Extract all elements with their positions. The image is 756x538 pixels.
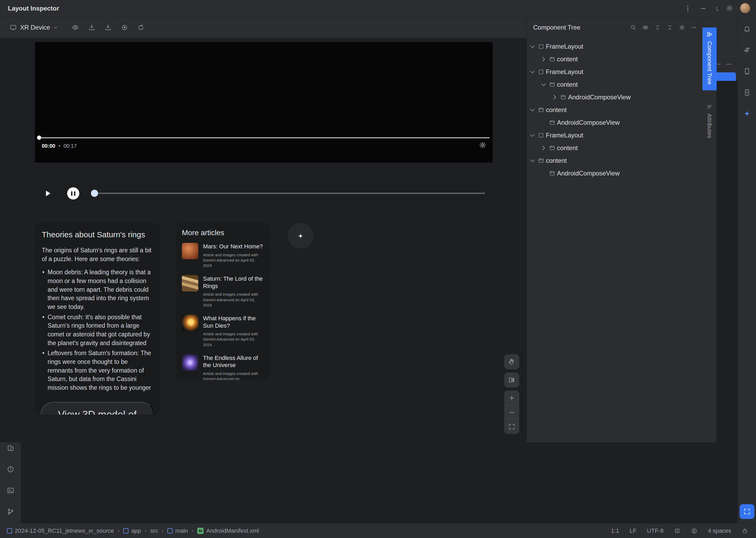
import-snapshot-icon[interactable] — [104, 24, 112, 31]
terminal-tool-button[interactable] — [3, 483, 18, 498]
article-item-mars[interactable]: Mars: Our Next Home?Article and images c… — [182, 243, 264, 268]
export-snapshot-icon[interactable] — [88, 24, 95, 31]
inspector-options-icon[interactable] — [684, 5, 691, 12]
play-button[interactable] — [43, 189, 52, 198]
expand-all-icon[interactable] — [655, 24, 661, 31]
breadcrumb-app[interactable]: app — [123, 527, 141, 534]
problems-tool-button[interactable] — [3, 462, 18, 477]
module-icon — [7, 528, 12, 533]
seek-slider-thumb[interactable] — [91, 190, 98, 197]
tree-settings-icon[interactable] — [679, 24, 685, 31]
tree-search-icon[interactable] — [630, 24, 637, 31]
terminal-icon — [7, 487, 14, 494]
fit-screen-icon — [508, 423, 515, 430]
component-tree-node-framelayout-7[interactable]: FrameLayout — [527, 129, 702, 142]
xr-spatial-button[interactable] — [288, 223, 313, 249]
article-item-sun[interactable]: What Happens if the Sun Dies?Article and… — [182, 315, 264, 348]
gradle-tool-button[interactable] — [740, 43, 754, 58]
expander-icon[interactable] — [540, 144, 548, 152]
component-tree-node-androidcomposeview-6[interactable]: AndroidComposeView — [527, 116, 702, 129]
file-encoding[interactable]: UTF-8 — [647, 527, 664, 534]
gemini-sparkle-icon — [743, 110, 751, 117]
live-updates-icon[interactable] — [121, 24, 128, 31]
seek-slider-track[interactable] — [94, 192, 485, 194]
side-tab-component-tree[interactable]: Component Tree — [702, 27, 717, 90]
component-tree-node-content-8[interactable]: content — [527, 142, 702, 154]
layout-inspector-toolbar: XR Device — [0, 17, 527, 38]
version-control-tool-button[interactable] — [3, 504, 18, 519]
expander-icon[interactable] — [540, 81, 548, 88]
caret-position[interactable]: 1:1 — [611, 527, 619, 534]
layout-inspector-header: Layout Inspector — [0, 0, 716, 17]
device-manager-tool-button[interactable] — [740, 64, 754, 79]
theories-card: Theories about Saturn's rings The origin… — [35, 222, 160, 415]
article-item-galaxy[interactable]: The Endless Allure of the UniverseArticl… — [182, 354, 264, 380]
video-progress-thumb[interactable] — [37, 135, 41, 140]
indent-setting[interactable]: 4 spaces — [708, 527, 731, 534]
component-tree-node-content-3[interactable]: content — [527, 78, 702, 91]
android-studio-window: JN JetNews Version control XR Device app — [0, 0, 756, 538]
component-tree-node-androidcomposeview-10[interactable]: AndroidComposeView — [527, 167, 702, 180]
theories-intro: The origins of Saturn's rings are still … — [42, 246, 153, 263]
expander-icon[interactable] — [528, 68, 536, 76]
gemini-tool-button[interactable] — [740, 106, 754, 121]
breadcrumb-main[interactable]: main — [167, 527, 188, 534]
readonly-lock-icon[interactable] — [742, 528, 748, 534]
zoom-controls — [504, 391, 519, 434]
breadcrumb-2024-12-05-rc11-jetnews-xr-source[interactable]: 2024-12-05_RC11_jetnews_xr_source — [7, 527, 114, 534]
view-3d-model-button[interactable]: View 3D model of — [41, 402, 154, 415]
article-list: Mars: Our Next Home?Article and images c… — [182, 243, 264, 380]
pan-mode-button[interactable] — [504, 354, 519, 369]
component-tree-node-content-1[interactable]: content — [527, 53, 702, 66]
inspector-device-selector[interactable]: XR Device — [10, 24, 58, 31]
reader-mode-icon[interactable] — [674, 528, 680, 534]
layer-mode-button[interactable] — [504, 373, 519, 387]
line-separator[interactable]: LF — [630, 527, 637, 534]
zoom-fit-button[interactable] — [505, 419, 519, 434]
notifications-button[interactable] — [740, 22, 754, 36]
zoom-in-button[interactable] — [505, 391, 519, 405]
chevron-down-icon — [53, 25, 58, 30]
pause-button[interactable] — [67, 188, 79, 199]
layers-icon — [508, 376, 515, 384]
video-player[interactable]: 00:00 • 00:17 — [35, 42, 493, 163]
component-tree-node-framelayout-2[interactable]: FrameLayout — [527, 66, 702, 78]
component-tree-node-androidcomposeview-4[interactable]: AndroidComposeView — [527, 91, 702, 104]
video-progress-bar[interactable] — [38, 137, 490, 138]
framelayout-icon — [538, 69, 544, 75]
expander-icon[interactable] — [528, 131, 536, 139]
component-tree-node-content-9[interactable]: content — [527, 154, 702, 167]
side-tab-attributes[interactable]: Attributes — [702, 100, 717, 142]
video-settings-icon[interactable] — [479, 141, 486, 149]
breadcrumb-androidmanifest-xml[interactable]: MAndroidManifest.xml — [197, 527, 259, 534]
tree-filter-icon[interactable] — [642, 24, 649, 31]
expander-icon[interactable] — [551, 93, 558, 101]
breadcrumb-src[interactable]: src — [150, 527, 158, 534]
settings-icon[interactable] — [726, 5, 733, 12]
expander-icon[interactable] — [528, 106, 536, 114]
hide-inspector-icon[interactable] — [699, 5, 707, 12]
view-icon — [549, 81, 555, 88]
layout-inspector-tool-button[interactable] — [740, 504, 754, 519]
component-tree-node-content-5[interactable]: content — [527, 104, 702, 116]
breadcrumb: 2024-12-05_RC11_jetnews_xr_source›app›sr… — [7, 527, 259, 534]
device-mirroring-button[interactable] — [3, 441, 18, 456]
running-devices-tool-button[interactable] — [740, 85, 754, 100]
view-options-icon[interactable] — [72, 24, 79, 31]
user-avatar[interactable] — [740, 3, 750, 13]
hide-tree-icon[interactable] — [691, 24, 697, 31]
article-item-saturn[interactable]: Saturn: The Lord of the RingsArticle and… — [182, 275, 264, 308]
zoom-out-button[interactable] — [505, 405, 519, 419]
git-branch-icon — [7, 508, 14, 515]
table-options-icon[interactable] — [726, 61, 732, 67]
accessibility-icon[interactable] — [691, 528, 697, 534]
layout-inspector-canvas[interactable]: 00:00 • 00:17 Theories about Saturn's ri… — [0, 38, 527, 442]
refresh-icon[interactable] — [137, 24, 145, 31]
component-tree-node-framelayout-0[interactable]: FrameLayout — [527, 40, 702, 53]
expander-icon[interactable] — [528, 42, 536, 50]
inspector-side-tabstrip: Component Tree Attributes — [702, 17, 716, 442]
collapse-all-icon[interactable] — [667, 24, 673, 31]
expander-icon[interactable] — [540, 55, 548, 63]
expander-icon[interactable] — [528, 157, 536, 165]
component-tree-tab-icon — [706, 31, 713, 37]
